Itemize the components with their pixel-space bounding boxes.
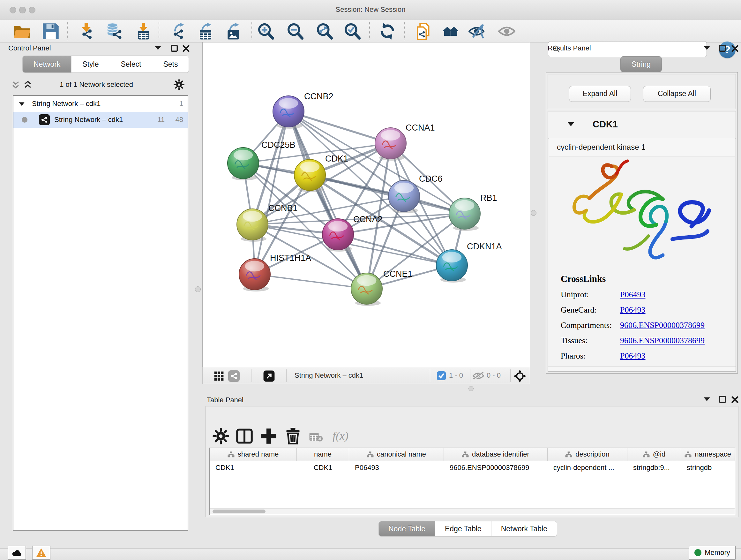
table-cell[interactable]: CDK1 bbox=[210, 461, 297, 475]
network-badge-icon[interactable] bbox=[228, 370, 240, 382]
zoom-selected-icon[interactable] bbox=[344, 23, 361, 40]
export-network-icon[interactable] bbox=[171, 23, 188, 40]
warnings-button[interactable] bbox=[32, 546, 51, 560]
network-node-rb1[interactable]: RB1 bbox=[449, 193, 497, 231]
tab-select[interactable]: Select bbox=[110, 56, 152, 72]
table-panel-float-icon[interactable] bbox=[719, 395, 726, 403]
results-panel-menu-icon[interactable] bbox=[703, 46, 711, 50]
tab-sets[interactable]: Sets bbox=[152, 56, 189, 72]
table-cell[interactable]: cyclin-dependent ... bbox=[548, 461, 627, 475]
network-row[interactable]: String Network – cdk1 11 48 bbox=[13, 112, 188, 128]
export-table-icon[interactable] bbox=[198, 23, 215, 40]
add-row-icon[interactable] bbox=[260, 428, 277, 444]
save-session-icon[interactable] bbox=[42, 23, 59, 40]
column-header-description[interactable]: description bbox=[548, 448, 627, 461]
table-columns-icon[interactable] bbox=[236, 428, 253, 444]
table-gear-icon[interactable] bbox=[212, 428, 229, 444]
gene-collapse-icon[interactable] bbox=[567, 122, 575, 126]
crosslink-row: GeneCard:P06493 bbox=[561, 305, 704, 315]
network-node-cdkn1a[interactable]: CDKN1A bbox=[436, 242, 502, 283]
table-cell[interactable]: stringdb bbox=[681, 461, 735, 475]
table-panel-close-icon[interactable] bbox=[731, 396, 738, 403]
crosslink-link[interactable]: 9606.ENSP00000378699 bbox=[620, 320, 704, 330]
left-splitter-handle[interactable] bbox=[195, 287, 201, 292]
grid-view-icon[interactable] bbox=[214, 371, 224, 381]
network-node-hist1h1a[interactable]: HIST1H1A bbox=[239, 253, 311, 292]
cloud-button[interactable] bbox=[8, 546, 26, 560]
delete-row-icon[interactable] bbox=[285, 428, 301, 444]
import-database-icon[interactable] bbox=[105, 23, 123, 40]
tab-network-table[interactable]: Network Table bbox=[491, 521, 557, 536]
zoom-in-icon[interactable] bbox=[258, 23, 275, 40]
results-scrollbar[interactable] bbox=[548, 367, 736, 371]
network-node-ccne1[interactable]: CCNE1 bbox=[351, 269, 413, 306]
network-collection-row[interactable]: String Network – cdk1 1 bbox=[13, 96, 188, 112]
table-cell[interactable]: 9606.ENSP00000378699 bbox=[444, 461, 548, 475]
column-header-name[interactable]: name bbox=[297, 448, 349, 461]
network-options-gear-icon[interactable] bbox=[174, 79, 185, 90]
tab-style[interactable]: Style bbox=[71, 56, 110, 72]
crosslink-link[interactable]: P06493 bbox=[620, 351, 645, 361]
network-edge[interactable] bbox=[288, 111, 391, 143]
import-network-icon[interactable] bbox=[78, 23, 96, 40]
detach-view-icon[interactable] bbox=[263, 370, 275, 382]
gene-header-row[interactable]: CDK1 bbox=[548, 111, 736, 138]
collapse-all-button[interactable]: Collapse All bbox=[643, 86, 711, 102]
table-cell[interactable]: CDK1 bbox=[297, 461, 349, 475]
crosslink-link[interactable]: P06493 bbox=[620, 290, 645, 300]
network-node-cdc6[interactable]: CDC6 bbox=[388, 174, 443, 213]
birdseye-crosshair-icon[interactable] bbox=[514, 370, 526, 382]
clone-network-icon[interactable] bbox=[414, 23, 432, 40]
right-splitter-handle[interactable] bbox=[531, 210, 536, 216]
results-panel-close-icon[interactable] bbox=[731, 45, 738, 52]
selected-checkbox[interactable] bbox=[437, 371, 446, 380]
column-header-shared-name[interactable]: shared name bbox=[210, 448, 297, 461]
table-cell[interactable]: stringdb:9... bbox=[627, 461, 681, 475]
network-canvas[interactable]: CCNB2CCNA1CDC25BCDK1CDC6RB1CCNB1CCNA2CDK… bbox=[202, 42, 530, 367]
table-panel-menu-icon[interactable] bbox=[703, 397, 711, 401]
zoom-fit-icon[interactable] bbox=[316, 23, 333, 40]
hide-selected-icon[interactable] bbox=[468, 23, 486, 40]
tab-string[interactable]: String bbox=[620, 56, 662, 72]
tab-network[interactable]: Network bbox=[23, 56, 71, 72]
hidden-count: 0 - 0 bbox=[487, 371, 501, 380]
column-flow-icon bbox=[227, 451, 234, 457]
tab-node-table[interactable]: Node Table bbox=[379, 521, 435, 536]
column-header-@id[interactable]: @id bbox=[627, 448, 681, 461]
show-all-icon[interactable] bbox=[498, 23, 515, 40]
table-hscrollbar[interactable] bbox=[210, 508, 735, 514]
expand-all-button[interactable]: Expand All bbox=[569, 86, 631, 102]
control-panel-close-icon[interactable] bbox=[183, 45, 190, 52]
node-table: shared namenamecanonical namedatabase id… bbox=[209, 448, 735, 515]
zoom-out-icon[interactable] bbox=[287, 23, 304, 40]
crosslink-label: Pharos: bbox=[561, 351, 620, 361]
hidden-eye-slash-icon bbox=[473, 372, 484, 380]
collection-expand-icon[interactable] bbox=[18, 102, 25, 106]
control-panel-float-icon[interactable] bbox=[171, 44, 178, 52]
refresh-icon[interactable] bbox=[379, 23, 396, 40]
node-label-ccna2: CCNA2 bbox=[353, 214, 383, 224]
column-header-namespace[interactable]: namespace bbox=[681, 448, 735, 461]
first-neighbors-icon[interactable] bbox=[442, 23, 460, 40]
control-panel-menu-icon[interactable] bbox=[154, 46, 161, 50]
open-session-icon[interactable] bbox=[13, 23, 30, 40]
crosslink-link[interactable]: 9606.ENSP00000378699 bbox=[620, 336, 704, 346]
column-header-canonical-name[interactable]: canonical name bbox=[349, 448, 444, 461]
node-label-ccnb2: CCNB2 bbox=[304, 91, 333, 101]
network-label: String Network – cdk1 bbox=[54, 116, 123, 124]
memory-button[interactable]: Memory bbox=[689, 546, 736, 560]
tab-edge-table[interactable]: Edge Table bbox=[435, 521, 491, 536]
network-edge[interactable] bbox=[255, 274, 367, 289]
crosslink-link[interactable]: P06493 bbox=[620, 305, 645, 315]
table-cell[interactable]: P06493 bbox=[349, 461, 444, 475]
network-node-ccna1[interactable]: CCNA1 bbox=[375, 123, 435, 161]
column-header-database-identifier[interactable]: database identifier bbox=[444, 448, 548, 461]
results-buttons-box: Expand All Collapse All bbox=[548, 74, 736, 109]
bottom-splitter-handle[interactable] bbox=[468, 386, 474, 391]
node-label-ccnb1: CCNB1 bbox=[268, 203, 298, 213]
results-panel-float-icon[interactable] bbox=[719, 44, 726, 52]
table-hscroll-thumb[interactable] bbox=[212, 509, 266, 513]
table-row[interactable]: CDK1CDK1P064939606.ENSP00000378699cyclin… bbox=[210, 461, 735, 475]
export-image-icon[interactable] bbox=[225, 23, 243, 40]
import-table-icon[interactable] bbox=[135, 23, 152, 40]
